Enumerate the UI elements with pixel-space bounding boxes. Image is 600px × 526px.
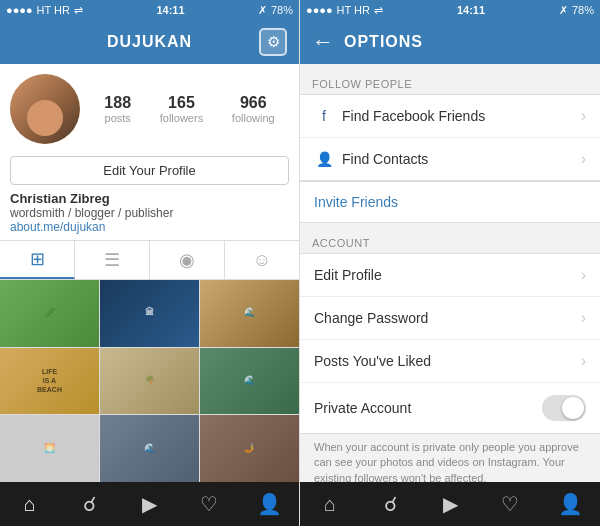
toggle-knob: [562, 397, 584, 419]
avatar: [10, 74, 80, 144]
bio-description: wordsmith / blogger / publisher: [10, 206, 289, 220]
photo-text-8: 🌊: [144, 443, 155, 455]
carrier-left: HT HR: [37, 4, 70, 16]
posts-liked-item[interactable]: Posts You've Liked ›: [300, 340, 600, 383]
signal-dots-right: ●●●●: [306, 4, 333, 16]
facebook-icon: f: [314, 108, 334, 124]
view-nav-tabs: ⊞ ☰ ◉ ☺: [0, 240, 299, 280]
bottom-nav-camera[interactable]: ▶: [120, 492, 180, 516]
bio-section: Christian Zibreg wordsmith / blogger / p…: [0, 191, 299, 240]
change-password-item[interactable]: Change Password ›: [300, 297, 600, 340]
invite-friends-item[interactable]: Invite Friends: [300, 182, 600, 222]
photo-cell-3[interactable]: 🌊: [200, 280, 299, 347]
status-carrier-right-left: ●●●● HT HR ⇌: [306, 4, 383, 17]
find-facebook-friends-item[interactable]: f Find Facebook Friends ›: [300, 95, 600, 138]
right-panel: ●●●● HT HR ⇌ 14:11 ✗ 78% ← OPTIONS FOLLO…: [300, 0, 600, 526]
posts-count: 188: [104, 94, 131, 112]
photo-text-4: LIFEIS ABEACH: [37, 367, 62, 394]
photo-text-6: 🌊: [244, 375, 255, 387]
bottom-nav-right-heart[interactable]: ♡: [480, 492, 540, 516]
left-panel: ●●●● HT HR ⇌ 14:11 ✗ 78% DUJUKAN ⚙ 188 p…: [0, 0, 300, 526]
status-right-right: ✗ 78%: [559, 4, 594, 17]
battery-right: 78%: [572, 4, 594, 16]
bottom-nav-profile[interactable]: 👤: [239, 492, 299, 516]
follow-people-group: f Find Facebook Friends › 👤 Find Contact…: [300, 94, 600, 181]
edit-profile-item[interactable]: Edit Profile ›: [300, 254, 600, 297]
find-contacts-label: Find Contacts: [342, 151, 581, 167]
photo-cell-6[interactable]: 🌊: [200, 348, 299, 415]
followers-label: followers: [160, 112, 203, 124]
find-contacts-item[interactable]: 👤 Find Contacts ›: [300, 138, 600, 180]
tab-grid[interactable]: ⊞: [0, 241, 75, 279]
find-contacts-chevron: ›: [581, 150, 586, 168]
posts-liked-label: Posts You've Liked: [314, 353, 581, 369]
bottom-nav-right: ⌂ ☌ ▶ ♡ 👤: [300, 482, 600, 526]
battery-left: 78%: [271, 4, 293, 16]
tab-tagged[interactable]: ☺: [225, 241, 299, 279]
wifi-icon-right: ⇌: [374, 4, 383, 17]
photo-text-7: 🌅: [44, 443, 55, 455]
avatar-image: [10, 74, 80, 144]
private-account-description: When your account is private only people…: [300, 434, 600, 482]
edit-profile-label: Edit Profile: [314, 267, 581, 283]
back-button[interactable]: ←: [312, 31, 334, 53]
bottom-nav-right-home[interactable]: ⌂: [300, 493, 360, 516]
private-account-item[interactable]: Private Account: [300, 383, 600, 433]
bio-name: Christian Zibreg: [10, 191, 289, 206]
status-bar-left: ●●●● HT HR ⇌ 14:11 ✗ 78%: [0, 0, 299, 20]
posts-liked-chevron: ›: [581, 352, 586, 370]
avatar-face: [27, 100, 63, 136]
photo-text-5: 🌴: [144, 375, 155, 387]
photo-text-1: 🥒: [44, 307, 55, 319]
follow-people-header: FOLLOW PEOPLE: [300, 64, 600, 94]
posts-stat: 188 posts: [104, 94, 131, 124]
change-password-chevron: ›: [581, 309, 586, 327]
bottom-nav-search[interactable]: ☌: [60, 492, 120, 516]
following-count: 966: [240, 94, 267, 112]
options-list: FOLLOW PEOPLE f Find Facebook Friends › …: [300, 64, 600, 482]
bottom-nav-right-profile[interactable]: 👤: [540, 492, 600, 516]
photo-cell-7[interactable]: 🌅: [0, 415, 99, 482]
posts-label: posts: [105, 112, 131, 124]
tab-location[interactable]: ◉: [150, 241, 225, 279]
settings-gear-button[interactable]: ⚙: [259, 28, 287, 56]
profile-header: DUJUKAN ⚙: [0, 20, 299, 64]
private-account-toggle[interactable]: [542, 395, 586, 421]
profile-section: 188 posts 165 followers 966 following: [0, 64, 299, 150]
following-label: following: [232, 112, 275, 124]
bottom-nav-heart[interactable]: ♡: [179, 492, 239, 516]
photo-text-9: 🤳: [244, 443, 255, 455]
photo-cell-5[interactable]: 🌴: [100, 348, 199, 415]
photo-text-3: 🌊: [244, 307, 255, 319]
edit-profile-button[interactable]: Edit Your Profile: [10, 156, 289, 185]
photo-cell-9[interactable]: 🤳: [200, 415, 299, 482]
profile-username: DUJUKAN: [107, 33, 192, 51]
options-title: OPTIONS: [344, 33, 423, 51]
photo-cell-1[interactable]: 🥒: [0, 280, 99, 347]
options-header: ← OPTIONS: [300, 20, 600, 64]
status-right-left: ✗ 78%: [258, 4, 293, 17]
bio-link[interactable]: about.me/dujukan: [10, 220, 289, 234]
followers-count: 165: [168, 94, 195, 112]
status-time-left: 14:11: [156, 4, 184, 16]
change-password-label: Change Password: [314, 310, 581, 326]
contacts-icon: 👤: [314, 151, 334, 167]
carrier-right: HT HR: [337, 4, 370, 16]
invite-friends-label: Invite Friends: [314, 194, 586, 210]
photo-cell-2[interactable]: 🏛: [100, 280, 199, 347]
tab-list[interactable]: ☰: [75, 241, 150, 279]
private-account-label: Private Account: [314, 400, 542, 416]
photo-cell-4[interactable]: LIFEIS ABEACH: [0, 348, 99, 415]
gear-icon: ⚙: [267, 33, 280, 51]
followers-stat: 165 followers: [160, 94, 203, 124]
status-carrier-left: ●●●● HT HR ⇌: [6, 4, 83, 17]
account-header: ACCOUNT: [300, 223, 600, 253]
bottom-nav-home[interactable]: ⌂: [0, 493, 60, 516]
photo-text-2: 🏛: [145, 307, 154, 319]
following-stat: 966 following: [232, 94, 275, 124]
bottom-nav-right-camera[interactable]: ▶: [420, 492, 480, 516]
bottom-nav-right-search[interactable]: ☌: [360, 492, 420, 516]
edit-profile-chevron: ›: [581, 266, 586, 284]
account-group: Edit Profile › Change Password › Posts Y…: [300, 253, 600, 434]
photo-cell-8[interactable]: 🌊: [100, 415, 199, 482]
